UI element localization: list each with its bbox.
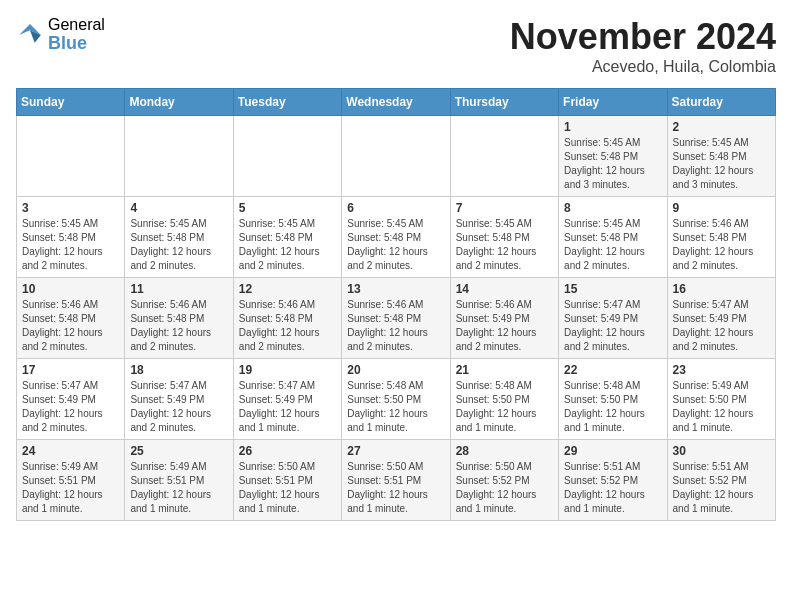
day-info: Sunrise: 5:45 AM Sunset: 5:48 PM Dayligh… [564,136,661,192]
day-info: Sunrise: 5:46 AM Sunset: 5:48 PM Dayligh… [22,298,119,354]
day-info: Sunrise: 5:51 AM Sunset: 5:52 PM Dayligh… [564,460,661,516]
calendar-cell: 18Sunrise: 5:47 AM Sunset: 5:49 PM Dayli… [125,359,233,440]
logo-icon [16,21,44,49]
logo-text: General Blue [48,16,105,53]
day-number: 21 [456,363,553,377]
week-row-4: 17Sunrise: 5:47 AM Sunset: 5:49 PM Dayli… [17,359,776,440]
calendar-cell: 6Sunrise: 5:45 AM Sunset: 5:48 PM Daylig… [342,197,450,278]
calendar-cell: 19Sunrise: 5:47 AM Sunset: 5:49 PM Dayli… [233,359,341,440]
day-info: Sunrise: 5:45 AM Sunset: 5:48 PM Dayligh… [347,217,444,273]
day-number: 19 [239,363,336,377]
day-header-monday: Monday [125,89,233,116]
calendar-cell: 27Sunrise: 5:50 AM Sunset: 5:51 PM Dayli… [342,440,450,521]
day-number: 7 [456,201,553,215]
day-info: Sunrise: 5:47 AM Sunset: 5:49 PM Dayligh… [673,298,770,354]
day-info: Sunrise: 5:45 AM Sunset: 5:48 PM Dayligh… [673,136,770,192]
calendar-cell: 11Sunrise: 5:46 AM Sunset: 5:48 PM Dayli… [125,278,233,359]
day-info: Sunrise: 5:50 AM Sunset: 5:52 PM Dayligh… [456,460,553,516]
day-number: 23 [673,363,770,377]
day-number: 1 [564,120,661,134]
day-number: 17 [22,363,119,377]
day-info: Sunrise: 5:48 AM Sunset: 5:50 PM Dayligh… [347,379,444,435]
week-row-2: 3Sunrise: 5:45 AM Sunset: 5:48 PM Daylig… [17,197,776,278]
day-number: 22 [564,363,661,377]
day-number: 8 [564,201,661,215]
day-info: Sunrise: 5:47 AM Sunset: 5:49 PM Dayligh… [130,379,227,435]
calendar-cell: 29Sunrise: 5:51 AM Sunset: 5:52 PM Dayli… [559,440,667,521]
day-info: Sunrise: 5:45 AM Sunset: 5:48 PM Dayligh… [564,217,661,273]
header-row: SundayMondayTuesdayWednesdayThursdayFrid… [17,89,776,116]
day-info: Sunrise: 5:45 AM Sunset: 5:48 PM Dayligh… [22,217,119,273]
calendar-cell: 8Sunrise: 5:45 AM Sunset: 5:48 PM Daylig… [559,197,667,278]
calendar-cell: 2Sunrise: 5:45 AM Sunset: 5:48 PM Daylig… [667,116,775,197]
day-info: Sunrise: 5:48 AM Sunset: 5:50 PM Dayligh… [456,379,553,435]
calendar-cell: 10Sunrise: 5:46 AM Sunset: 5:48 PM Dayli… [17,278,125,359]
day-number: 11 [130,282,227,296]
page-header: General Blue November 2024 Acevedo, Huil… [16,16,776,76]
day-number: 26 [239,444,336,458]
logo-general: General [48,16,105,34]
day-info: Sunrise: 5:46 AM Sunset: 5:48 PM Dayligh… [239,298,336,354]
calendar-cell: 23Sunrise: 5:49 AM Sunset: 5:50 PM Dayli… [667,359,775,440]
calendar-cell [125,116,233,197]
day-number: 29 [564,444,661,458]
day-number: 20 [347,363,444,377]
day-info: Sunrise: 5:47 AM Sunset: 5:49 PM Dayligh… [239,379,336,435]
svg-marker-0 [19,24,41,35]
day-info: Sunrise: 5:50 AM Sunset: 5:51 PM Dayligh… [347,460,444,516]
day-number: 14 [456,282,553,296]
day-number: 2 [673,120,770,134]
day-info: Sunrise: 5:49 AM Sunset: 5:50 PM Dayligh… [673,379,770,435]
logo: General Blue [16,16,105,53]
calendar-cell: 22Sunrise: 5:48 AM Sunset: 5:50 PM Dayli… [559,359,667,440]
day-info: Sunrise: 5:47 AM Sunset: 5:49 PM Dayligh… [564,298,661,354]
day-number: 27 [347,444,444,458]
calendar-cell: 17Sunrise: 5:47 AM Sunset: 5:49 PM Dayli… [17,359,125,440]
calendar-cell [450,116,558,197]
calendar-cell: 14Sunrise: 5:46 AM Sunset: 5:49 PM Dayli… [450,278,558,359]
day-number: 24 [22,444,119,458]
day-info: Sunrise: 5:46 AM Sunset: 5:49 PM Dayligh… [456,298,553,354]
day-number: 6 [347,201,444,215]
day-header-thursday: Thursday [450,89,558,116]
calendar-cell: 3Sunrise: 5:45 AM Sunset: 5:48 PM Daylig… [17,197,125,278]
calendar-cell [342,116,450,197]
day-info: Sunrise: 5:46 AM Sunset: 5:48 PM Dayligh… [347,298,444,354]
day-header-wednesday: Wednesday [342,89,450,116]
day-info: Sunrise: 5:46 AM Sunset: 5:48 PM Dayligh… [130,298,227,354]
day-number: 25 [130,444,227,458]
day-number: 10 [22,282,119,296]
calendar-cell: 28Sunrise: 5:50 AM Sunset: 5:52 PM Dayli… [450,440,558,521]
day-number: 16 [673,282,770,296]
calendar-cell: 7Sunrise: 5:45 AM Sunset: 5:48 PM Daylig… [450,197,558,278]
calendar-cell: 21Sunrise: 5:48 AM Sunset: 5:50 PM Dayli… [450,359,558,440]
day-number: 4 [130,201,227,215]
week-row-3: 10Sunrise: 5:46 AM Sunset: 5:48 PM Dayli… [17,278,776,359]
calendar-cell: 16Sunrise: 5:47 AM Sunset: 5:49 PM Dayli… [667,278,775,359]
calendar-cell: 12Sunrise: 5:46 AM Sunset: 5:48 PM Dayli… [233,278,341,359]
day-number: 28 [456,444,553,458]
day-number: 18 [130,363,227,377]
day-info: Sunrise: 5:50 AM Sunset: 5:51 PM Dayligh… [239,460,336,516]
calendar-cell: 20Sunrise: 5:48 AM Sunset: 5:50 PM Dayli… [342,359,450,440]
day-number: 3 [22,201,119,215]
day-header-tuesday: Tuesday [233,89,341,116]
calendar-cell: 9Sunrise: 5:46 AM Sunset: 5:48 PM Daylig… [667,197,775,278]
day-info: Sunrise: 5:49 AM Sunset: 5:51 PM Dayligh… [22,460,119,516]
day-number: 30 [673,444,770,458]
calendar-cell: 1Sunrise: 5:45 AM Sunset: 5:48 PM Daylig… [559,116,667,197]
calendar-cell: 25Sunrise: 5:49 AM Sunset: 5:51 PM Dayli… [125,440,233,521]
calendar-cell: 4Sunrise: 5:45 AM Sunset: 5:48 PM Daylig… [125,197,233,278]
day-number: 5 [239,201,336,215]
day-info: Sunrise: 5:47 AM Sunset: 5:49 PM Dayligh… [22,379,119,435]
location: Acevedo, Huila, Colombia [510,58,776,76]
day-info: Sunrise: 5:45 AM Sunset: 5:48 PM Dayligh… [456,217,553,273]
calendar-cell: 13Sunrise: 5:46 AM Sunset: 5:48 PM Dayli… [342,278,450,359]
day-info: Sunrise: 5:46 AM Sunset: 5:48 PM Dayligh… [673,217,770,273]
calendar-cell [17,116,125,197]
calendar-cell: 24Sunrise: 5:49 AM Sunset: 5:51 PM Dayli… [17,440,125,521]
day-header-sunday: Sunday [17,89,125,116]
calendar-cell: 30Sunrise: 5:51 AM Sunset: 5:52 PM Dayli… [667,440,775,521]
day-number: 9 [673,201,770,215]
calendar-cell: 26Sunrise: 5:50 AM Sunset: 5:51 PM Dayli… [233,440,341,521]
